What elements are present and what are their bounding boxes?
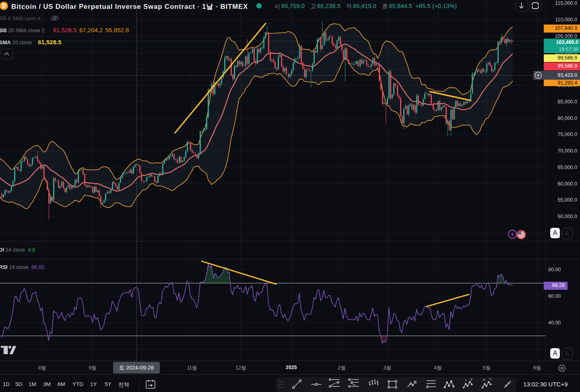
svg-text:C: C — [489, 377, 492, 381]
svg-text:5: 5 — [471, 378, 473, 381]
svg-text:A: A — [483, 378, 485, 382]
svg-text:1: 1 — [465, 378, 467, 382]
